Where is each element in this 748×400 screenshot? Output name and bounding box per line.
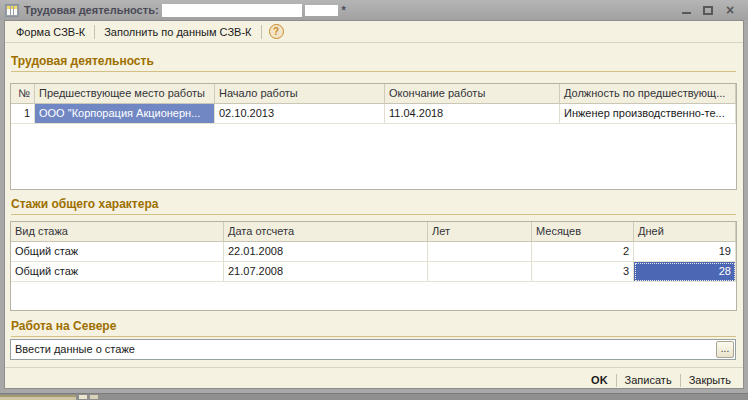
fill-from-szvk-button[interactable]: Заполнить по данным СЗВ-К [98,24,257,40]
table-cell-date[interactable]: 21.07.2008 [224,262,428,282]
table-cell-place-selected[interactable]: ООО "Корпорация Акционерн... [35,104,215,124]
table-cell-months[interactable]: 3 [532,262,634,282]
column-header[interactable]: Вид стажа [11,222,224,242]
table-cell-years[interactable] [428,242,532,262]
close-icon[interactable]: × [723,4,737,16]
redacted-title-text-2 [305,5,338,16]
table-empty-area[interactable] [11,124,736,189]
form-szvk-button[interactable]: Форма СЗВ-К [10,24,91,40]
column-header[interactable]: № [11,84,35,104]
table-cell-type[interactable]: Общий стаж [11,242,224,262]
table-empty-area[interactable] [11,282,736,310]
window-title: Трудовая деятельность: [24,4,159,16]
redacted-title-text [162,4,302,17]
table-cell-days-selected[interactable]: 28 [634,262,736,282]
table-cell-years[interactable] [428,262,532,282]
table-document-icon [5,4,19,17]
toolbar-separator [261,25,262,39]
ellipsis-button[interactable]: ... [716,341,734,358]
ok-button[interactable]: OK [583,373,616,387]
column-header[interactable]: Окончание работы [385,84,560,104]
background-window-detail [79,395,87,399]
table-cell-type[interactable]: Общий стаж [11,262,224,282]
footer-buttons: OK Записать Закрыть [583,371,739,389]
close-button[interactable]: Закрыть [681,373,739,387]
section-title-employment: Трудовая деятельность [11,54,736,72]
background-window-tab [0,395,76,400]
titlebar[interactable]: Трудовая деятельность: * × [0,0,748,20]
save-button[interactable]: Записать [617,373,680,387]
column-header[interactable]: Начало работы [215,84,385,104]
general-experience-table: Вид стажа Дата отсчета Лет Месяцев Дней … [10,221,737,311]
background-window-fragment [0,394,748,400]
north-work-field-value: Ввести данные о стаже [15,343,135,355]
table-cell-end[interactable]: 11.04.2018 [385,104,560,124]
help-icon[interactable]: ? [269,24,284,39]
form-body: Форма СЗВ-К Заполнить по данным СЗВ-К ? … [4,20,744,389]
column-header[interactable]: Дней [634,222,736,242]
toolbar: Форма СЗВ-К Заполнить по данным СЗВ-К ? [5,21,743,43]
table-cell-position[interactable]: Инженер производственно-те... [560,104,736,124]
background-window-detail [90,395,98,399]
column-header[interactable]: Лет [428,222,532,242]
column-header[interactable]: Дата отсчета [224,222,428,242]
section-title-north-work: Работа на Севере [11,319,736,337]
footer-separator [5,367,743,368]
table-cell-num[interactable]: 1 [11,104,35,124]
form-window: Трудовая деятельность: * × Форма СЗВ-К З… [0,0,748,394]
table-cell-months[interactable]: 2 [532,242,634,262]
window-controls: × [679,4,743,16]
table-cell-date[interactable]: 22.01.2008 [224,242,428,262]
table-cell-days[interactable]: 19 [634,242,736,262]
column-header[interactable]: Должность по предшествующ... [560,84,736,104]
column-header[interactable]: Месяцев [532,222,634,242]
employment-table: № Предшествующее место работы Начало раб… [10,83,737,190]
modified-marker: * [342,4,346,16]
maximize-icon[interactable] [701,4,715,16]
table-cell-start[interactable]: 02.10.2013 [215,104,385,124]
section-title-general-experience: Стажи общего характера [11,197,736,215]
toolbar-separator [94,25,95,39]
column-header[interactable]: Предшествующее место работы [35,84,215,104]
minimize-icon[interactable] [679,4,693,16]
north-work-field[interactable]: Ввести данные о стаже ... [10,339,736,360]
